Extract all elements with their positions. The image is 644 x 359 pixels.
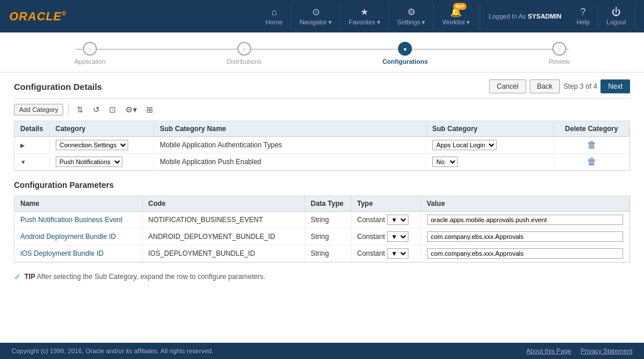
logout-icon: ⏻: [612, 7, 621, 17]
nav-logout[interactable]: ⏻ Logout: [598, 3, 635, 29]
row2-delete: 🗑: [554, 154, 629, 171]
step-circle-review: ○: [552, 42, 566, 56]
help-icon: ?: [581, 7, 586, 17]
params-header-row: Name Code Data Type Type Value: [15, 196, 629, 212]
row2-expand[interactable]: ▼: [15, 154, 49, 171]
type-select-2[interactable]: ▼: [387, 231, 408, 242]
config-params-section: Configuration Parameters Name Code Data …: [14, 180, 630, 263]
main-table: Details Category Sub Category Name Sub C…: [15, 121, 629, 171]
param-value-3: [421, 245, 629, 262]
list-item: Android Deployment Bundle ID ANDROID_DEP…: [15, 229, 629, 245]
step-label-distributions: Distributions: [226, 58, 262, 65]
logged-in-text: Logged In As SYSADMIN: [482, 13, 568, 20]
param-code-3: IOS_DEPLOYMENT_BUNDLE_ID: [142, 245, 305, 262]
col-details: Details: [15, 121, 49, 137]
step-label-configurations: Configurations: [382, 58, 428, 65]
config-params-table: Name Code Data Type Type Value Push Noti…: [15, 196, 629, 262]
home-icon: ⌂: [272, 7, 277, 17]
oracle-logo: ORACLE®: [9, 10, 67, 23]
nav-logout-label: Logout: [606, 19, 626, 26]
value-input-1[interactable]: [427, 215, 624, 225]
tip-text: TIP After selecting the Sub Category, ex…: [24, 273, 265, 281]
param-name-3: iOS Deployment Bundle ID: [15, 245, 142, 262]
next-button[interactable]: Next: [600, 79, 630, 93]
step-review[interactable]: ○ Review: [549, 42, 570, 65]
nav-settings[interactable]: ⚙ Settings ▾: [389, 3, 435, 30]
param-value-2: [421, 229, 629, 245]
tip-description: After selecting the Sub Category, expand…: [37, 273, 265, 281]
page-actions: Cancel Back Step 3 of 4 Next: [489, 79, 630, 93]
value-input-2[interactable]: [427, 231, 624, 242]
col-name: Name: [15, 196, 142, 212]
nav-navigator-label: Navigator ▾: [299, 19, 332, 26]
expand-icon-row2[interactable]: ▼: [20, 159, 26, 165]
toolbar-separator: [68, 104, 68, 115]
detach-icon[interactable]: ⊡: [106, 103, 120, 116]
nav-separator: [480, 5, 480, 28]
type-select-1[interactable]: ▼: [387, 215, 408, 225]
privacy-statement-link[interactable]: Privacy Statement: [581, 347, 632, 354]
columns-icon[interactable]: ⊞: [143, 103, 157, 116]
nav-favorites-label: Favorites ▾: [349, 19, 380, 26]
step-application[interactable]: ○ Application: [74, 42, 106, 65]
nav-worklist[interactable]: 🔔99+ Worklist ▾: [434, 3, 479, 30]
nav-help[interactable]: ? Help: [569, 3, 599, 29]
type-select-3[interactable]: ▼: [387, 248, 408, 259]
step-label-application: Application: [74, 58, 106, 65]
row1-delete: 🗑: [554, 137, 629, 154]
tip-section: ✓ TIP After selecting the Sub Category, …: [14, 272, 630, 281]
expand-icon-row1[interactable]: ▶: [20, 142, 25, 148]
table-row: ▼ Push Notifications Mobile Application …: [15, 154, 629, 171]
param-type-3: Constant ▼: [351, 245, 421, 262]
col-sub-category: Sub Category: [426, 121, 554, 137]
cancel-button[interactable]: Cancel: [489, 79, 526, 93]
worklist-badge: 99+: [453, 3, 466, 10]
tip-icon: ✓: [14, 272, 21, 281]
col-type: Type: [351, 196, 421, 212]
nav-help-label: Help: [577, 19, 590, 26]
param-code-2: ANDROID_DEPLOYMENT_BUNDLE_ID: [142, 229, 305, 245]
move-icon[interactable]: ⇅: [73, 103, 87, 116]
copyright-text: Copyright (c) 1998, 2016, Oracle and/or …: [12, 347, 214, 354]
nav-settings-label: Settings ▾: [397, 19, 426, 26]
main-table-container: Details Category Sub Category Name Sub C…: [14, 121, 630, 171]
nav-home[interactable]: ⌂ Home: [258, 3, 291, 29]
delete-icon-row1[interactable]: 🗑: [587, 140, 596, 150]
param-data-type-2: String: [305, 229, 351, 245]
about-page-link[interactable]: About this Page: [526, 347, 571, 354]
col-value: Value: [421, 196, 629, 212]
add-category-button[interactable]: Add Category: [14, 104, 63, 115]
param-name-2: Android Deployment Bundle ID: [15, 229, 142, 245]
param-type-1: Constant ▼: [351, 212, 421, 229]
refresh-icon[interactable]: ↺: [89, 103, 103, 116]
row2-sub-category-name: Mobile Application Push Enabled: [154, 154, 426, 171]
delete-icon-row2[interactable]: 🗑: [587, 157, 596, 166]
nav-favorites[interactable]: ★ Favorites ▾: [341, 3, 389, 30]
list-item: Push Notification Business Event NOTIFIC…: [15, 212, 629, 229]
category-select-row1[interactable]: Connection Settings: [56, 140, 128, 150]
step-distributions[interactable]: ○ Distributions: [226, 42, 262, 65]
row2-category: Push Notifications: [49, 154, 154, 171]
nav-navigator[interactable]: ⊙ Navigator ▾: [291, 3, 341, 30]
footer-links: About this Page Privacy Statement: [526, 347, 632, 354]
sub-category-select-row1[interactable]: Apps Local Login: [432, 140, 497, 150]
param-data-type-3: String: [305, 245, 351, 262]
nav-items: ⌂ Home ⊙ Navigator ▾ ★ Favorites ▾ ⚙ Set…: [258, 3, 635, 30]
list-item: iOS Deployment Bundle ID IOS_DEPLOYMENT_…: [15, 245, 629, 262]
settings-icon: ⚙: [407, 6, 415, 17]
row1-sub-category-name: Mobile Application Authentication Types: [154, 137, 426, 154]
step-configurations[interactable]: ● Configurations: [382, 42, 428, 65]
step-info: Step 3 of 4: [563, 82, 597, 90]
step-circle-configurations: ●: [398, 42, 412, 56]
back-button[interactable]: Back: [530, 79, 560, 93]
col-category: Category: [49, 121, 154, 137]
row2-sub-category: No Yes: [426, 154, 554, 171]
param-type-2: Constant ▼: [351, 229, 421, 245]
config-params-table-container: Name Code Data Type Type Value Push Noti…: [14, 195, 630, 263]
category-select-row2[interactable]: Push Notifications: [56, 157, 122, 167]
sub-category-select-row2[interactable]: No Yes: [432, 157, 458, 167]
param-code-1: NOTIFICATION_BUSINESS_EVENT: [142, 212, 305, 229]
settings-gear-icon[interactable]: ⚙▾: [122, 103, 140, 116]
row1-expand[interactable]: ▶: [15, 137, 49, 154]
value-input-3[interactable]: [427, 248, 624, 259]
